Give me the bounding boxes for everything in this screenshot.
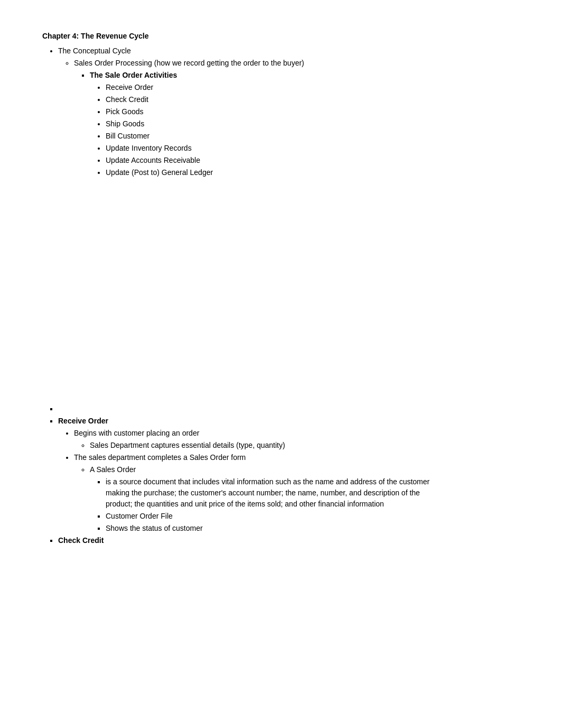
sub3-list: is a source document that includes vital…	[90, 476, 433, 534]
list-item: Shows the status of customer	[106, 523, 433, 534]
list-item: Receive Order	[106, 82, 433, 93]
list-item: Customer Order File	[106, 511, 433, 522]
receive-order-label: Receive Order	[58, 417, 108, 425]
list-item: is a source document that includes vital…	[106, 476, 433, 510]
list-item: The Conceptual Cycle Sales Order Process…	[58, 45, 433, 178]
list-item: Pick Goods	[106, 106, 433, 117]
sale-order-activities-label: The Sale Order Activities	[90, 71, 177, 79]
list-item: Begins with customer placing an order Sa…	[74, 428, 433, 451]
receive-order-item: Receive Order Begins with customer placi…	[58, 416, 433, 534]
section2-list: Receive Order Begins with customer placi…	[42, 403, 433, 546]
level2-list: Sales Order Processing (how we record ge…	[58, 58, 433, 178]
sales-order-processing-label: Sales Order Processing (how we record ge…	[74, 59, 304, 67]
list-item: The sales department completes a Sales O…	[74, 452, 433, 534]
list-item: Update Accounts Receivable	[106, 155, 433, 166]
list-item: Sales Department captures essential deta…	[90, 440, 433, 451]
begins-with-label: Begins with customer placing an order	[74, 429, 199, 437]
list-item: Check Credit	[106, 94, 433, 105]
level1-list: The Conceptual Cycle Sales Order Process…	[42, 45, 433, 178]
receive-order-sub: Begins with customer placing an order Sa…	[58, 428, 433, 534]
sales-dept-label: The sales department completes a Sales O…	[74, 453, 246, 462]
empty-bullet	[58, 403, 433, 414]
a-sales-order-label: A Sales Order	[90, 465, 136, 474]
list-item: Ship Goods	[106, 118, 433, 130]
sub2-list: Sales Department captures essential deta…	[74, 440, 433, 451]
page-container: Chapter 4: The Revenue Cycle The Concept…	[0, 0, 475, 579]
spacer	[42, 180, 433, 402]
list-item: Bill Customer	[106, 131, 433, 142]
level4-list: Receive Order Check Credit Pick Goods Sh…	[90, 82, 433, 178]
sub2-list-2: A Sales Order is a source document that …	[74, 464, 433, 534]
level3-list: The Sale Order Activities Receive Order …	[74, 70, 433, 178]
conceptual-cycle-label: The Conceptual Cycle	[58, 47, 131, 55]
chapter-title: Chapter 4: The Revenue Cycle	[42, 32, 433, 40]
check-credit-label: Check Credit	[58, 536, 104, 545]
list-item: A Sales Order is a source document that …	[90, 464, 433, 534]
check-credit-item: Check Credit	[58, 535, 433, 546]
list-item: Update Inventory Records	[106, 143, 433, 154]
list-item: Update (Post to) General Ledger	[106, 167, 433, 178]
list-item: Sales Order Processing (how we record ge…	[74, 58, 433, 178]
list-item: The Sale Order Activities Receive Order …	[90, 70, 433, 178]
